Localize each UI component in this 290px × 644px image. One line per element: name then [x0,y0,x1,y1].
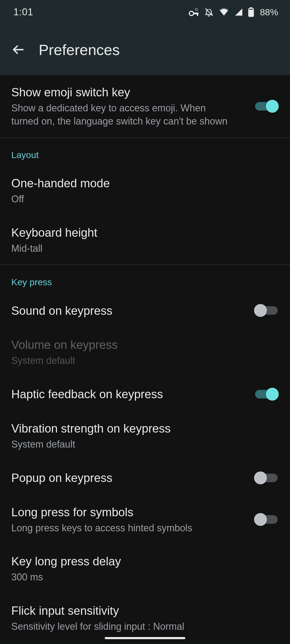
row-flick-sensitivity[interactable]: Flick input sensitivity Sensitivity leve… [0,594,290,643]
row-title: Long press for symbols [11,505,248,519]
svg-rect-7 [249,10,253,17]
svg-text:G: G [195,8,198,12]
battery-text: 88% [260,7,278,17]
status-bar: 1:01 G 88% [0,0,290,24]
battery-icon [248,7,254,17]
status-time: 1:01 [13,6,33,18]
row-haptic-feedback[interactable]: Haptic feedback on keypress [0,377,290,411]
switch-emoji[interactable] [254,99,279,114]
row-sound-on-keypress[interactable]: Sound on keypress [0,293,290,328]
row-subtitle: Show a dedicated key to access emoji. Wh… [11,102,231,128]
row-subtitle: Long press keys to access hinted symbols [11,522,248,535]
row-one-handed-mode[interactable]: One-handed mode Off [0,166,290,215]
page-title: Preferences [39,41,120,58]
row-subtitle: System default [11,354,279,367]
switch-haptic[interactable] [254,387,279,402]
row-subtitle: 300 ms [11,571,279,584]
row-title: Show emoji switch key [11,85,248,100]
row-title: Sound on keypress [11,303,248,318]
row-title: Key long press delay [11,554,279,569]
row-popup-on-keypress[interactable]: Popup on keypress [0,461,290,495]
row-volume-on-keypress: Volume on keypress System default [0,328,290,377]
dnd-off-icon [204,7,214,17]
arrow-left-icon [11,43,25,57]
vpn-key-icon: G [189,8,199,16]
switch-long-press-symbols[interactable] [254,512,279,527]
row-subtitle: Off [11,193,279,206]
row-emoji-switch-key[interactable]: Show emoji switch key Show a dedicated k… [0,75,290,137]
row-subtitle: System default [11,438,279,451]
row-title: Flick input sensitivity [11,603,279,618]
row-subtitle: Sensitivity level for sliding input : No… [11,620,279,633]
row-vibration-strength[interactable]: Vibration strength on keypress System de… [0,411,290,461]
settings-list: Show emoji switch key Show a dedicated k… [0,75,290,643]
row-subtitle: Mid-tall [11,242,279,255]
row-title: Haptic feedback on keypress [11,387,248,401]
wifi-icon [219,8,229,16]
row-title: Popup on keypress [11,470,248,485]
switch-sound[interactable] [254,303,279,318]
signal-icon [234,8,243,16]
row-long-press-symbols[interactable]: Long press for symbols Long press keys t… [0,495,290,544]
row-long-press-delay[interactable]: Key long press delay 300 ms [0,544,290,594]
status-icons: G 88% [189,7,278,17]
row-title: Volume on keypress [11,337,279,352]
svg-rect-3 [197,13,198,16]
row-title: One-handed mode [11,176,279,191]
back-button[interactable] [11,42,26,57]
row-title: Vibration strength on keypress [11,421,279,436]
row-title: Keyboard height [11,225,279,240]
svg-point-1 [189,11,194,16]
section-label-layout: Layout [0,138,290,166]
switch-popup[interactable] [254,470,279,485]
row-keyboard-height[interactable]: Keyboard height Mid-tall [0,215,290,265]
section-label-keypress: Key press [0,265,290,293]
app-bar: Preferences [0,24,290,75]
navigation-handle[interactable] [105,637,185,639]
